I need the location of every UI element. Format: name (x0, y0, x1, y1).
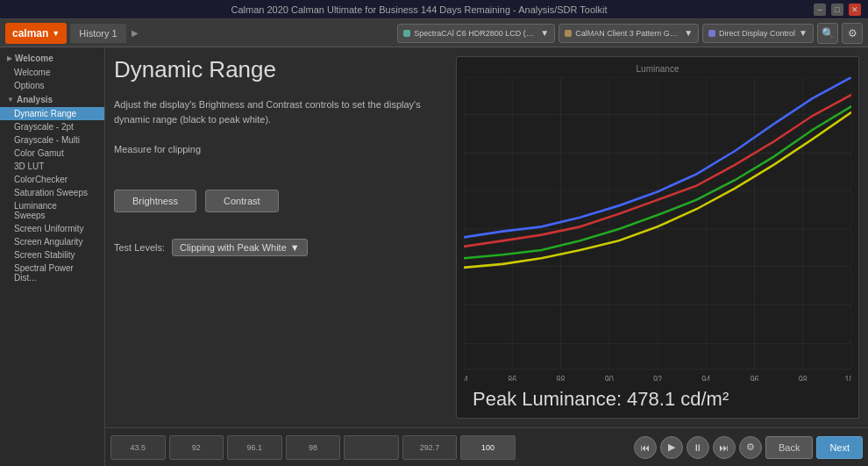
close-button[interactable]: ✕ (849, 4, 861, 16)
sidebar-section-welcome-label: Welcome (15, 54, 53, 63)
source1-label: SpectraCAl C6 HDR2800 LCD (LED White Wid… (414, 29, 537, 38)
analysis-arrow: ▼ (7, 96, 14, 104)
chart-title: Luminance (464, 64, 851, 74)
sidebar-item-3dlut[interactable]: 3D LUT (0, 160, 104, 173)
step-value-2: 96.1 (247, 443, 263, 452)
toolbar: calman ▼ History 1 ▶ SpectraCAl C6 HDR28… (0, 19, 868, 47)
sidebar-item-screen-stability[interactable]: Screen Stability (0, 248, 104, 262)
sidebar-item-dynamic-range[interactable]: Dynamic Range (0, 107, 104, 120)
left-panel: Dynamic Range Adjust the display's Brigh… (114, 56, 447, 419)
description-text: Adjust the display's Brightness and Cont… (114, 97, 447, 126)
step-value-0: 43.5 (131, 443, 146, 452)
logo-dropdown-arrow: ▼ (52, 29, 60, 38)
source3-arrow: ▼ (799, 28, 808, 38)
nav-buttons: ⏮ ▶ ⏸ ⏭ ⚙ Back Next (634, 436, 863, 459)
peak-luminance: Peak Luminance: 478.1 cd/m² (464, 388, 851, 411)
svg-text:90: 90 (605, 373, 614, 381)
svg-text:92: 92 (653, 373, 662, 381)
title-bar: Calman 2020 Calman Ultimate for Business… (0, 0, 868, 19)
sidebar-item-luminance-sweeps[interactable]: Luminance Sweeps (0, 199, 104, 222)
source2-arrow: ▼ (684, 28, 693, 38)
svg-text:88: 88 (556, 373, 565, 381)
step-btn-2[interactable]: 96.1 (227, 435, 282, 460)
sidebar-item-screen-uniformity[interactable]: Screen Uniformity (0, 222, 104, 235)
gear-button[interactable]: ⚙ (842, 23, 863, 44)
test-levels-select[interactable]: Clipping with Peak White ▼ (172, 239, 308, 256)
nav-rewind-button[interactable]: ⏮ (634, 436, 657, 459)
step-btn-0[interactable]: 43.5 (110, 435, 166, 460)
step-btn-3[interactable]: 98 (286, 435, 341, 460)
source3-dropdown[interactable]: Direct Display Control ▼ (702, 24, 814, 43)
source2-label: CalMAN Client 3 Pattern Generator (575, 29, 680, 38)
sidebar-item-welcome[interactable]: Welcome (0, 66, 104, 79)
back-button[interactable]: Back (765, 436, 813, 459)
action-buttons: Brightness Contrast (114, 190, 447, 212)
bottom-bar: 43.5 92 96.1 98 292.7 100 ⏮ ▶ (105, 427, 868, 466)
step-btn-6[interactable]: 100 (460, 435, 516, 460)
step-btn-1[interactable]: 92 (169, 435, 224, 460)
minimize-button[interactable]: – (814, 4, 826, 16)
test-levels-arrow: ▼ (290, 242, 300, 253)
content-area: Dynamic Range Adjust the display's Brigh… (105, 47, 868, 466)
sidebar-section-welcome[interactable]: ▶ Welcome (0, 51, 104, 66)
chart-container: 84 86 88 90 92 94 96 98 100 (464, 77, 851, 381)
step-value-5: 292.7 (420, 443, 440, 452)
welcome-arrow: ▶ (7, 54, 12, 62)
sidebar-item-grayscale-multi[interactable]: Grayscale - Multi (0, 133, 104, 147)
step-btn-4[interactable] (344, 435, 399, 460)
svg-text:94: 94 (701, 373, 710, 381)
source1-indicator (403, 30, 410, 37)
nav-forward-button[interactable]: ⏭ (713, 436, 736, 459)
source2-dropdown[interactable]: CalMAN Client 3 Pattern Generator ▼ (559, 24, 699, 43)
contrast-button[interactable]: Contrast (205, 190, 279, 212)
logo-text: calman (12, 27, 48, 39)
next-button[interactable]: Next (816, 436, 863, 459)
step-value-1: 92 (192, 443, 201, 452)
history-nav-right[interactable]: ▶ (132, 28, 139, 38)
window-title: Calman 2020 Calman Ultimate for Business… (25, 4, 814, 15)
source1-dropdown[interactable]: SpectraCAl C6 HDR2800 LCD (LED White Wid… (397, 24, 555, 43)
measure-text: Measure for clipping (114, 144, 447, 154)
svg-text:98: 98 (799, 373, 808, 381)
brightness-button[interactable]: Brightness (114, 190, 196, 212)
sidebar-item-saturation-sweeps[interactable]: Saturation Sweeps (0, 186, 104, 199)
page-title: Dynamic Range (114, 56, 447, 83)
source3-indicator (708, 30, 715, 37)
source1-arrow: ▼ (540, 28, 549, 38)
test-levels-value: Clipping with Peak White (180, 242, 287, 253)
main-area: ▶ Welcome Welcome Options ▼ Analysis Dyn… (0, 47, 868, 466)
svg-text:96: 96 (750, 373, 758, 381)
sidebar-item-colorchecker[interactable]: ColorChecker (0, 173, 104, 186)
source2-indicator (565, 30, 572, 37)
svg-text:100: 100 (844, 373, 851, 381)
nav-play-button[interactable]: ▶ (660, 436, 683, 459)
test-levels-label: Test Levels: (114, 242, 165, 253)
test-levels-row: Test Levels: Clipping with Peak White ▼ (114, 239, 447, 256)
sidebar-item-color-gamut[interactable]: Color Gamut (0, 147, 104, 160)
sidebar-section-analysis-label: Analysis (17, 95, 53, 104)
sidebar-item-grayscale-2pt[interactable]: Grayscale - 2pt (0, 120, 104, 133)
svg-text:86: 86 (508, 373, 516, 381)
sidebar-item-spectral-power[interactable]: Spectral Power Dist... (0, 262, 104, 284)
step-btn-5[interactable]: 292.7 (402, 435, 458, 460)
source3-label: Direct Display Control (719, 29, 795, 38)
logo-area[interactable]: calman ▼ (5, 23, 67, 44)
sidebar-item-screen-angularity[interactable]: Screen Angularity (0, 235, 104, 248)
sidebar-section-analysis[interactable]: ▼ Analysis (0, 92, 104, 107)
chart-area: Luminance (456, 56, 859, 419)
sidebar: ▶ Welcome Welcome Options ▼ Analysis Dyn… (0, 47, 105, 466)
nav-pause-button[interactable]: ⏸ (687, 436, 709, 459)
history-tab[interactable]: History 1 (70, 24, 125, 43)
search-button[interactable]: 🔍 (817, 23, 838, 44)
maximize-button[interactable]: □ (831, 4, 843, 16)
step-value-3: 98 (309, 443, 317, 452)
content-main: Dynamic Range Adjust the display's Brigh… (105, 47, 868, 427)
step-value-6: 100 (481, 443, 494, 452)
svg-text:84: 84 (464, 373, 468, 381)
sidebar-item-options[interactable]: Options (0, 79, 104, 92)
nav-settings-button[interactable]: ⚙ (739, 436, 762, 459)
